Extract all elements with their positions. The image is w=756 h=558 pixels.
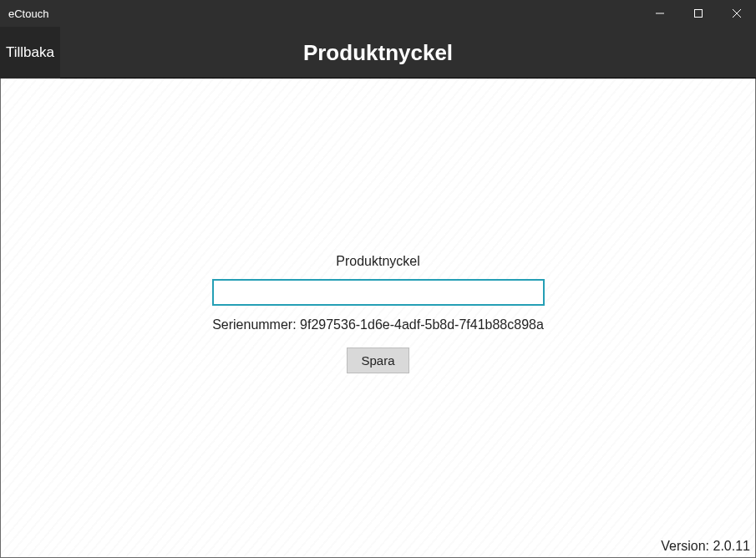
- save-button-label: Spara: [361, 353, 394, 368]
- window-title: eCtouch: [0, 8, 48, 20]
- minimize-button[interactable]: [641, 0, 679, 27]
- close-button[interactable]: [718, 0, 756, 27]
- titlebar: eCtouch: [0, 0, 756, 27]
- minimize-icon: [656, 9, 664, 18]
- close-icon: [733, 9, 741, 18]
- product-key-form: Produktnyckel Serienummer: 9f297536-1d6e…: [203, 254, 554, 373]
- page-title-text: Produktnyckel: [303, 40, 453, 66]
- back-button-label: Tillbaka: [6, 44, 54, 61]
- content-area: Produktnyckel Serienummer: 9f297536-1d6e…: [0, 79, 756, 558]
- page-title: Produktnyckel: [0, 27, 756, 79]
- product-key-label: Produktnyckel: [203, 254, 554, 269]
- serial-number-text: Serienummer: 9f297536-1d6e-4adf-5b8d-7f4…: [203, 317, 554, 332]
- header-band: Tillbaka Produktnyckel: [0, 27, 756, 79]
- maximize-button[interactable]: [679, 0, 718, 27]
- product-key-input[interactable]: [212, 279, 545, 306]
- maximize-icon: [694, 9, 703, 18]
- svg-rect-1: [695, 10, 703, 18]
- back-button[interactable]: Tillbaka: [0, 27, 60, 79]
- save-button[interactable]: Spara: [347, 347, 408, 373]
- version-label: Version: 2.0.11: [661, 539, 750, 554]
